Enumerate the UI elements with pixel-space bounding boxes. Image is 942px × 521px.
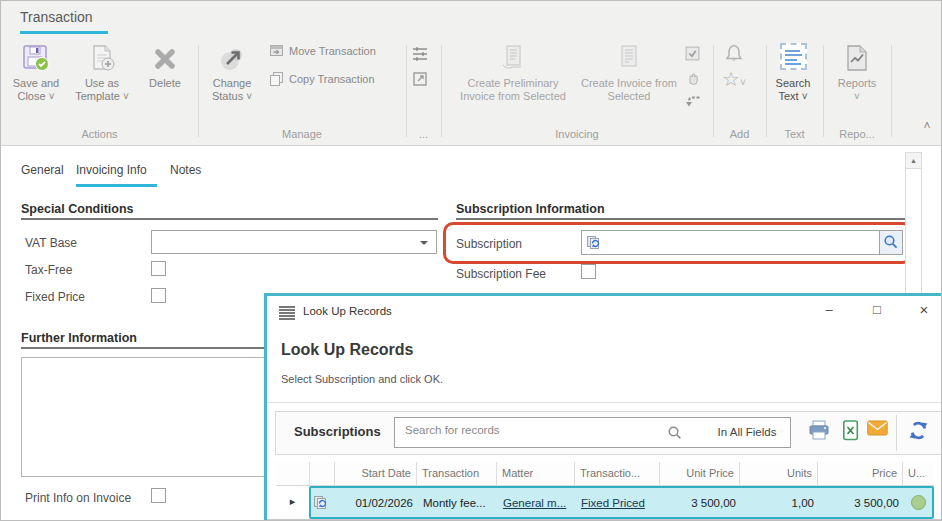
- header-transaction[interactable]: Transaction: [416, 462, 496, 485]
- hand-icon: [685, 69, 701, 86]
- copy-transaction-icon: [269, 71, 284, 86]
- cell-transaction-type-link[interactable]: Fixed Priced: [576, 497, 661, 509]
- email-button[interactable]: [865, 420, 889, 444]
- header-unit-price[interactable]: Unit Price: [659, 462, 739, 485]
- delete-button[interactable]: Delete: [139, 41, 191, 127]
- header-transaction-type[interactable]: Transactio...: [574, 462, 659, 485]
- scroll-up-button[interactable]: ▲: [906, 153, 921, 169]
- search-text-button[interactable]: Search Text ˅: [769, 41, 817, 127]
- header-matter[interactable]: Matter: [496, 462, 574, 485]
- change-status-button[interactable]: Change Status ˅: [204, 41, 260, 127]
- delete-icon: [139, 43, 191, 77]
- selected-row[interactable]: 01/02/2026 Montly fee... General m... Fi…: [309, 486, 934, 519]
- header-status[interactable]: U...: [902, 462, 934, 485]
- header-icon: [309, 462, 334, 485]
- header-start-date[interactable]: Start Date: [334, 462, 416, 485]
- star-icon: ☆: [722, 68, 740, 90]
- tab-notes[interactable]: Notes: [170, 163, 201, 177]
- magnifier-icon[interactable]: [667, 425, 683, 445]
- reports-label: Reports: [838, 77, 877, 89]
- group-label-more: ...: [406, 128, 441, 140]
- mark-complete-button[interactable]: [684, 45, 701, 66]
- reports-button[interactable]: Reports˅: [831, 41, 883, 127]
- dialog-subtitle: Select Subscription and click OK.: [281, 373, 443, 385]
- section-title-further-information: Further Information: [21, 331, 137, 345]
- tab-invoicing-info[interactable]: Invoicing Info: [76, 163, 147, 177]
- tax-free-checkbox[interactable]: [151, 261, 166, 276]
- tax-free-label: Tax-Free: [25, 263, 72, 277]
- move-transaction-button[interactable]: Move Transaction: [269, 43, 376, 65]
- active-tab-underline: [76, 184, 157, 187]
- group-divider: [766, 45, 767, 137]
- chevron-down-icon: [420, 241, 428, 245]
- subscription-record-icon: [586, 235, 601, 254]
- dialog-window-title: Look Up Records: [303, 305, 392, 317]
- maximize-button[interactable]: □: [863, 299, 891, 322]
- print-info-on-invoice-checkbox[interactable]: [151, 488, 166, 503]
- copy-transaction-button[interactable]: Copy Transaction: [269, 71, 375, 93]
- vat-base-select[interactable]: [151, 230, 437, 254]
- cell-start-date: 01/02/2026: [336, 497, 418, 509]
- record-search-box: In All Fields: [394, 417, 791, 448]
- move-transaction-icon: [269, 43, 284, 58]
- chevron-down-icon: ˅: [246, 91, 252, 102]
- subscription-label: Subscription: [456, 237, 522, 251]
- fixed-price-label: Fixed Price: [25, 290, 85, 304]
- header-expand: [276, 462, 309, 485]
- print-button[interactable]: [807, 420, 831, 444]
- search-input[interactable]: [403, 423, 643, 437]
- toolbar-divider: [896, 415, 897, 451]
- cell-price: 3 500,00: [819, 497, 904, 509]
- print-info-on-invoice-label: Print Info on Invoice: [25, 491, 131, 505]
- cell-matter-link[interactable]: General m...: [498, 497, 576, 509]
- group-divider: [891, 45, 892, 137]
- copy-transaction-label: Copy Transaction: [289, 73, 375, 85]
- subscription-fee-checkbox[interactable]: [581, 264, 596, 279]
- refresh-button[interactable]: [906, 420, 930, 444]
- row-expand-arrow[interactable]: ▸: [276, 486, 309, 519]
- group-label-invoicing: Invoicing: [441, 128, 713, 140]
- chevron-down-icon: ˅: [123, 91, 129, 102]
- group-label-reports: Repo...: [823, 128, 891, 140]
- use-as-template-button[interactable]: Use as Template ˅: [71, 41, 133, 127]
- popout-button[interactable]: [412, 71, 428, 91]
- grid-row[interactable]: ▸ 01/02/2026 Montly fee... General m... …: [276, 486, 934, 519]
- status-green-circle: [911, 495, 926, 510]
- section-underline: [21, 218, 438, 220]
- group-divider: [406, 45, 407, 137]
- tab-general[interactable]: General: [21, 163, 64, 177]
- fixed-price-checkbox[interactable]: [151, 288, 166, 303]
- search-scope-selector[interactable]: In All Fields: [705, 426, 789, 438]
- save-and-close-button[interactable]: Save and Close ˅: [7, 41, 65, 127]
- delete-label: Delete: [149, 77, 181, 89]
- export-excel-button[interactable]: [838, 420, 862, 444]
- reports-icon: [831, 43, 883, 77]
- chevron-down-icon: ˅: [802, 91, 808, 102]
- ribbon-tab-transaction[interactable]: Transaction: [20, 9, 93, 25]
- close-button[interactable]: ×: [910, 299, 938, 322]
- popout-icon: [412, 71, 428, 87]
- excel-icon: [841, 420, 860, 441]
- collapse-ribbon-button[interactable]: ˄: [917, 119, 937, 133]
- lookup-records-dialog: Look Up Records – □ × Look Up Records Se…: [264, 293, 942, 521]
- group-divider: [713, 45, 714, 137]
- add-reminder-button[interactable]: [724, 43, 744, 67]
- subscription-lookup-input[interactable]: [581, 230, 903, 255]
- create-invoice-label: Create Invoice from Selected: [581, 77, 677, 102]
- subscription-search-button[interactable]: [879, 231, 902, 254]
- filter-settings-button[interactable]: [411, 45, 429, 67]
- group-divider: [823, 45, 824, 137]
- add-favorite-button[interactable]: ☆˅: [722, 67, 746, 91]
- group-divider: [198, 45, 199, 137]
- hold-button[interactable]: [685, 69, 701, 90]
- app-window: Transaction Save and Close ˅ Use as Temp…: [0, 0, 942, 521]
- create-invoice-button[interactable]: Create Invoice from Selected: [579, 41, 679, 127]
- section-title-special-conditions: Special Conditions: [21, 202, 134, 216]
- undo-button[interactable]: [684, 93, 702, 113]
- save-icon: [7, 43, 65, 77]
- minimize-button[interactable]: –: [815, 299, 843, 322]
- printer-icon: [808, 420, 830, 441]
- create-preliminary-invoice-button[interactable]: Create Preliminary Invoice from Selected: [453, 41, 573, 127]
- header-units[interactable]: Units: [739, 462, 817, 485]
- header-price[interactable]: Price: [817, 462, 902, 485]
